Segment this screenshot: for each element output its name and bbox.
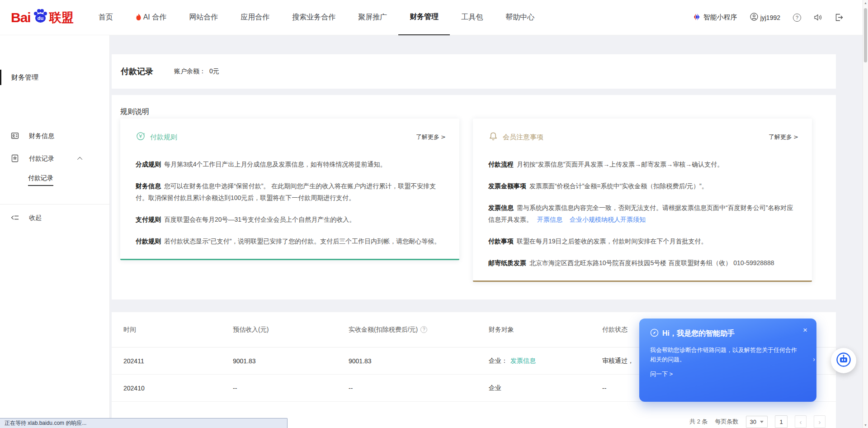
total-count: 共 2 条 bbox=[689, 418, 708, 426]
rule-item: 发票信息需与系统内发票信息内容完全一致，否则无法支付。请根据发票信息页面中“百度… bbox=[488, 202, 797, 225]
col-finance-target: 财务对象 bbox=[489, 326, 602, 334]
chevron-right-icon: > bbox=[793, 133, 798, 140]
rule-item: 财务信息您可以在财务信息中选择“保留付款”。 在此期间您产生的收入将在账户内进行… bbox=[136, 180, 444, 204]
smart-assistant-popup: Hi，我是您的智能助手 × 我会帮助您诊断合作链路问题，以及解答您关于任何合作相… bbox=[639, 319, 816, 402]
cell-time: 202410 bbox=[123, 385, 233, 392]
payment-rules-card: 付款规则 了解更多> 分成规则每月第3或4个工作日产出上月分成信息及发票信息，如… bbox=[120, 119, 459, 260]
cell-actual: 9001.83 bbox=[349, 357, 489, 365]
baidu-paw-icon: du bbox=[32, 8, 48, 26]
help-icon[interactable]: ? bbox=[793, 14, 801, 22]
rule-item: 邮寄纸质发票北京市海淀区西北旺东路10号院百度科技园5号楼 百度联盟财务组（收）… bbox=[488, 257, 797, 269]
logout-icon[interactable] bbox=[835, 14, 843, 21]
collapse-icon bbox=[11, 214, 19, 223]
cell-finance-target: 企业 bbox=[489, 384, 602, 392]
scroll-down-arrow[interactable]: ▼ bbox=[863, 423, 868, 427]
baidu-union-logo[interactable]: Bai du 联盟 bbox=[11, 9, 74, 27]
small-taxpayer-guide-link[interactable]: 企业小规模纳税人开票须知 bbox=[570, 216, 646, 223]
per-page-label: 每页条数 bbox=[715, 418, 739, 426]
nav-right-tools: 智能小程序 jyj1992 ? bbox=[693, 13, 843, 22]
sidebar-item-payment-records[interactable]: 付款记录 bbox=[0, 148, 109, 170]
invoice-info-link[interactable]: 开票信息 bbox=[537, 216, 562, 223]
page-number-button[interactable]: 1 bbox=[775, 415, 788, 428]
nav-menu: 首页 AI 合作 网站合作 应用合作 搜索业务合作 聚屏推广 财务管理 工具包 … bbox=[87, 0, 546, 35]
col-actual-amount: 实收金额(扣除税费后/元) ? bbox=[349, 326, 489, 334]
nav-item-app-cooperation[interactable]: 应用合作 bbox=[229, 0, 281, 35]
active-section-indicator bbox=[0, 70, 1, 85]
ask-now-link[interactable]: 问一下 > bbox=[650, 370, 673, 378]
top-navigation: Bai du 联盟 首页 AI 合作 网站合作 应用合作 搜索业务合作 聚屏推广… bbox=[0, 0, 868, 35]
user-account[interactable]: jyj1992 bbox=[750, 13, 780, 22]
balance-value: 0元 bbox=[209, 67, 219, 75]
assistant-message: 我会帮助您诊断合作链路问题，以及解答您关于任何合作相关的问题。 bbox=[650, 345, 802, 364]
page-title: 付款记录 bbox=[121, 66, 153, 77]
pagination: 共 2 条 每页条数 30 1 ‹ › bbox=[689, 415, 826, 428]
nav-item-website-cooperation[interactable]: 网站合作 bbox=[178, 0, 229, 35]
rule-item: 付款事项联盟在每月19日之后签收的发票，付款时间安排在下个月首批支付。 bbox=[488, 235, 797, 247]
sidebar-subitem-payment-records[interactable]: 付款记录 bbox=[0, 171, 109, 190]
sound-icon[interactable] bbox=[814, 14, 822, 21]
next-page-button[interactable]: › bbox=[814, 415, 826, 428]
browser-status-bar: 正在等待 xlab.baidu.com 的响应... bbox=[0, 418, 288, 428]
chevron-right-icon: > bbox=[441, 133, 446, 140]
logo-text-union: 联盟 bbox=[49, 10, 74, 26]
invoice-info-cell-link[interactable]: 发票信息 bbox=[510, 357, 536, 364]
cell-actual: -- bbox=[349, 385, 489, 392]
card-title: 付款规则 bbox=[150, 133, 177, 142]
rule-item: 发票金额事项发票票面“价税合计”金额=系统中“实收金额（扣除税费后/元）”。 bbox=[488, 180, 797, 192]
finance-info-icon bbox=[11, 132, 19, 141]
per-page-select[interactable]: 30 bbox=[746, 416, 768, 428]
close-icon[interactable]: × bbox=[803, 326, 807, 335]
sidebar-collapse-button[interactable]: 收起 bbox=[0, 210, 109, 226]
member-notes-card: 会员注意事项 了解更多> 付款流程月初按“发票信息”页面开具发票→上传发票→邮寄… bbox=[473, 119, 812, 282]
cell-estimated: 9001.83 bbox=[233, 357, 349, 365]
col-estimated-income: 预估收入(元) bbox=[233, 326, 349, 334]
account-balance: 账户余额：0元 bbox=[174, 67, 219, 76]
miniprogram-icon bbox=[693, 13, 701, 22]
cell-estimated: -- bbox=[233, 385, 349, 392]
flame-icon bbox=[136, 14, 142, 23]
nav-item-search-cooperation[interactable]: 搜索业务合作 bbox=[281, 0, 347, 35]
assistant-title: Hi，我是您的智能助手 bbox=[662, 329, 735, 338]
balance-label: 账户余额： bbox=[174, 67, 206, 75]
prev-page-button[interactable]: ‹ bbox=[795, 415, 807, 428]
rule-item: 支付规则百度联盟会在每月20号—31号支付企业会员上个自然月产生的收入。 bbox=[136, 214, 444, 225]
assistant-float-button[interactable] bbox=[831, 348, 856, 373]
sidebar: 财务管理 财务信息 付款记录 付款记录 bbox=[0, 35, 110, 428]
rule-item: 分成规则每月第3或4个工作日产出上月分成信息及发票信息，如有特殊情况将提前通知。 bbox=[136, 158, 444, 170]
nav-item-help-center[interactable]: 帮助中心 bbox=[494, 0, 546, 35]
payment-records-icon bbox=[11, 154, 19, 164]
user-icon bbox=[750, 13, 758, 22]
cell-time: 202411 bbox=[123, 357, 233, 365]
coin-icon bbox=[136, 131, 146, 143]
sidebar-divider bbox=[0, 204, 109, 204]
card-title: 会员注意事项 bbox=[503, 133, 543, 142]
nav-item-ai-cooperation[interactable]: AI 合作 bbox=[124, 0, 178, 35]
learn-more-link[interactable]: 了解更多> bbox=[769, 133, 798, 141]
nav-item-finance-management[interactable]: 财务管理 bbox=[398, 0, 450, 35]
chevron-up-icon bbox=[77, 157, 82, 162]
rules-panel: 规则说明 付款规则 了解更多> 分成规则每月第3或4个工作日产出上月分成信息及发… bbox=[112, 95, 836, 300]
col-time: 时间 bbox=[123, 326, 233, 334]
rule-item: 付款规则若付款状态显示“已支付”，说明联盟已安排了您的付款。支付后三个工作日内到… bbox=[136, 235, 444, 247]
bell-icon bbox=[488, 131, 498, 143]
rule-item: 付款流程月初按“发票信息”页面开具发票→上传发票→邮寄发票→审核→确认支付。 bbox=[488, 158, 797, 170]
cell-finance-target: 企业：发票信息 bbox=[489, 357, 602, 365]
sidebar-section-finance-management[interactable]: 财务管理 bbox=[0, 70, 109, 85]
nav-item-home[interactable]: 首页 bbox=[87, 0, 124, 35]
scroll-up-arrow[interactable]: ▲ bbox=[863, 1, 868, 5]
scrollbar-thumb[interactable] bbox=[864, 8, 867, 62]
vertical-scrollbar[interactable]: ▲ ▼ bbox=[863, 0, 868, 428]
sidebar-item-finance-info[interactable]: 财务信息 bbox=[0, 125, 109, 147]
robot-icon bbox=[836, 352, 851, 369]
nav-item-toolkit[interactable]: 工具包 bbox=[450, 0, 494, 35]
rules-heading: 规则说明 bbox=[120, 107, 836, 117]
question-icon[interactable]: ? bbox=[420, 326, 427, 333]
logo-text-bai: Bai bbox=[11, 10, 31, 25]
page-header-panel: 付款记录 账户余额：0元 bbox=[112, 54, 836, 89]
svg-text:du: du bbox=[37, 15, 43, 21]
compass-icon bbox=[650, 328, 659, 339]
assistant-expand-arrow[interactable]: › bbox=[813, 356, 815, 363]
nav-item-screen-promotion[interactable]: 聚屏推广 bbox=[347, 0, 398, 35]
learn-more-link[interactable]: 了解更多> bbox=[416, 133, 446, 141]
smart-miniprogram-link[interactable]: 智能小程序 bbox=[693, 13, 737, 22]
